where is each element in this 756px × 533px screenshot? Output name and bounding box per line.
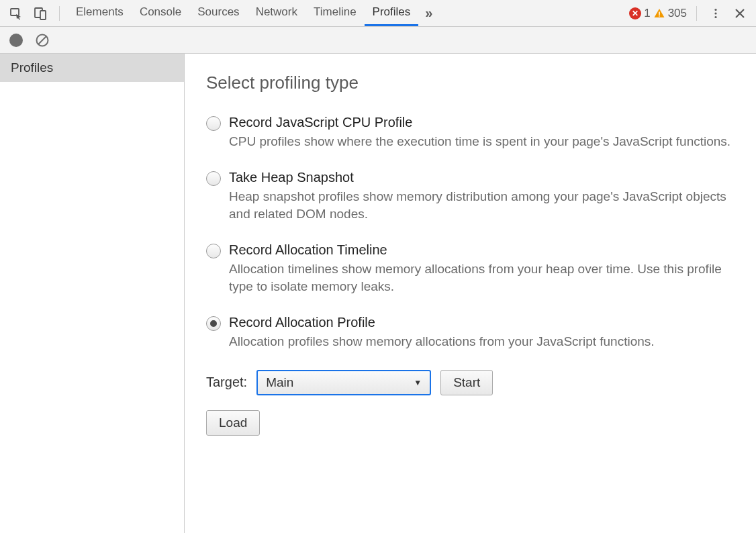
chevron-down-icon: ▼ <box>414 378 422 387</box>
profiles-sidebar: Profiles <box>0 54 185 533</box>
tab-label: Sources <box>197 5 239 19</box>
console-status[interactable]: ✕ 1 305 <box>629 7 687 20</box>
tab-label: Profiles <box>373 5 411 19</box>
option-title: Record Allocation Timeline <box>229 242 735 258</box>
tab-sources[interactable]: Sources <box>189 0 247 26</box>
option-desc: CPU profiles show where the execution ti… <box>229 133 735 151</box>
close-icon[interactable] <box>730 4 749 23</box>
radio-icon <box>206 316 221 331</box>
option-desc: Heap snapshot profiles show memory distr… <box>229 188 735 224</box>
radio-icon <box>206 244 221 258</box>
option-allocation-profile[interactable]: Record Allocation Profile Allocation pro… <box>206 315 735 351</box>
warning-count: 305 <box>668 7 687 20</box>
toolbar-divider <box>59 6 60 21</box>
option-allocation-timeline[interactable]: Record Allocation Timeline Allocation ti… <box>206 242 735 296</box>
svg-rect-3 <box>659 11 660 15</box>
tab-profiles[interactable]: Profiles <box>365 0 419 26</box>
option-text: Record Allocation Profile Allocation pro… <box>229 315 735 351</box>
radio-icon <box>206 171 221 186</box>
tab-timeline[interactable]: Timeline <box>305 0 365 26</box>
svg-point-5 <box>714 8 716 10</box>
profiles-sub-toolbar <box>0 27 756 54</box>
sidebar-item-profiles[interactable]: Profiles <box>0 54 184 82</box>
target-select[interactable]: Main ▼ <box>256 370 431 395</box>
clear-button[interactable] <box>35 33 50 48</box>
error-count: 1 <box>644 7 650 20</box>
radio-icon <box>206 116 221 131</box>
tab-label: Console <box>140 5 181 19</box>
sidebar-item-label: Profiles <box>11 60 53 75</box>
option-cpu-profile[interactable]: Record JavaScript CPU Profile CPU profil… <box>206 115 735 151</box>
option-heap-snapshot[interactable]: Take Heap Snapshot Heap snapshot profile… <box>206 170 735 224</box>
svg-rect-0 <box>11 9 19 15</box>
svg-point-6 <box>714 12 716 14</box>
record-button[interactable] <box>9 34 23 47</box>
tab-elements[interactable]: Elements <box>68 0 132 26</box>
load-button[interactable]: Load <box>206 410 260 436</box>
content-title: Select profiling type <box>206 72 735 93</box>
option-title: Take Heap Snapshot <box>229 170 735 185</box>
toolbar-divider <box>696 6 697 21</box>
profile-options: Record JavaScript CPU Profile CPU profil… <box>206 115 735 351</box>
option-desc: Allocation profiles show memory allocati… <box>229 333 735 351</box>
main-area: Profiles Select profiling type Record Ja… <box>0 54 756 533</box>
button-label: Start <box>453 375 480 390</box>
devtools-tabs: Elements Console Sources Network Timelin… <box>68 0 439 26</box>
inspect-element-icon[interactable] <box>7 4 26 23</box>
option-text: Record Allocation Timeline Allocation ti… <box>229 242 735 296</box>
toggle-device-icon[interactable] <box>31 4 50 23</box>
error-icon: ✕ <box>629 7 641 19</box>
target-row: Target: Main ▼ Start <box>206 370 735 395</box>
svg-rect-4 <box>659 15 660 17</box>
toolbar-right-group: ✕ 1 305 <box>629 4 749 23</box>
devtools-top-toolbar: Elements Console Sources Network Timelin… <box>0 0 756 27</box>
profiles-content: Select profiling type Record JavaScript … <box>185 54 756 533</box>
svg-rect-2 <box>40 11 46 19</box>
tab-network[interactable]: Network <box>248 0 305 26</box>
option-title: Record JavaScript CPU Profile <box>229 115 735 130</box>
tab-label: Network <box>256 5 297 19</box>
more-menu-icon[interactable] <box>706 4 725 23</box>
button-label: Load <box>219 416 247 430</box>
warning-icon <box>653 7 665 19</box>
target-label: Target: <box>206 375 247 390</box>
option-text: Take Heap Snapshot Heap snapshot profile… <box>229 170 735 224</box>
option-title: Record Allocation Profile <box>229 315 735 330</box>
tab-console[interactable]: Console <box>132 0 189 26</box>
target-value: Main <box>266 375 293 390</box>
tab-label: Timeline <box>314 5 357 19</box>
toolbar-left-group <box>7 4 64 23</box>
tab-label: Elements <box>76 5 124 19</box>
svg-point-7 <box>714 15 716 17</box>
option-desc: Allocation timelines show memory allocat… <box>229 260 735 296</box>
start-button[interactable]: Start <box>440 370 493 395</box>
option-text: Record JavaScript CPU Profile CPU profil… <box>229 115 735 151</box>
tabs-overflow-icon[interactable]: » <box>418 0 439 26</box>
